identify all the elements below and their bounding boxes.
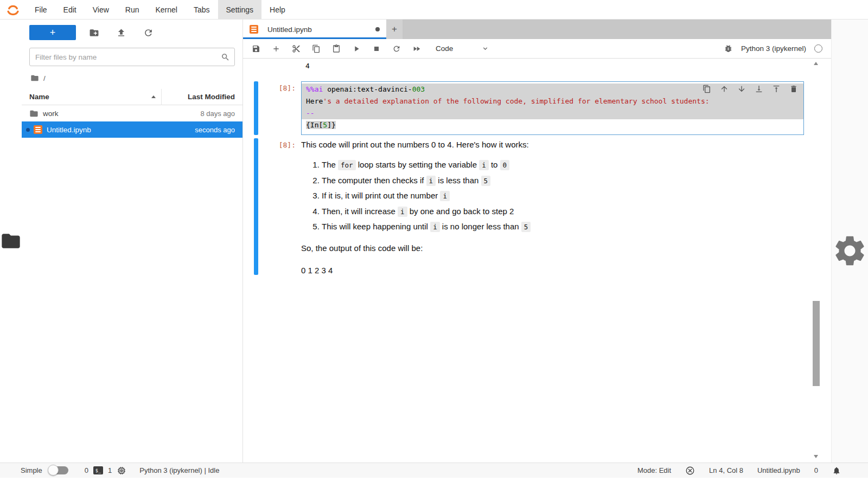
code-token: 003 xyxy=(412,85,425,93)
notebook-file-icon xyxy=(34,125,42,134)
toggle-knob xyxy=(48,465,59,476)
tab-untitled-notebook[interactable]: Untitled.ipynb xyxy=(243,20,386,39)
inline-code: 0 xyxy=(500,160,510,170)
menu-help-label: Help xyxy=(270,5,285,14)
menu-settings[interactable]: Settings xyxy=(218,0,262,19)
list-text: This will keep happening until xyxy=(322,222,430,231)
stop-button[interactable] xyxy=(372,44,381,53)
file-name: Untitled.ipynb xyxy=(47,126,195,134)
home-folder-icon[interactable] xyxy=(30,74,39,82)
code-token: 's a detailed explanation of the followi… xyxy=(323,97,709,105)
move-cell-up-icon[interactable] xyxy=(720,85,729,93)
cell-type-dropdown[interactable]: Code xyxy=(436,44,489,53)
bell-icon[interactable] xyxy=(832,466,841,475)
list-item: The for loop starts by setting the varia… xyxy=(322,159,804,171)
terminal-icon: $_ xyxy=(93,466,103,474)
new-tab-button[interactable]: + xyxy=(386,20,403,39)
notebook-scrollbar[interactable] xyxy=(812,60,820,459)
insert-cell-below-icon[interactable] xyxy=(772,85,781,93)
list-text: The xyxy=(322,160,338,169)
restart-kernel-button[interactable] xyxy=(392,44,401,53)
move-cell-down-icon[interactable] xyxy=(737,85,746,93)
new-folder-icon[interactable] xyxy=(89,28,99,38)
inline-code: i xyxy=(440,191,450,201)
menu-run-label: Run xyxy=(125,5,139,14)
menu-file[interactable]: File xyxy=(27,0,55,19)
new-launcher-button[interactable]: + xyxy=(29,25,76,40)
kernel-name[interactable]: Python 3 (ipykernel) xyxy=(741,44,806,53)
cut-cells-button[interactable] xyxy=(292,44,301,53)
code-token: 5 xyxy=(323,121,327,129)
jupyterlab-window: File Edit View Run Kernel Tabs Settings … xyxy=(0,0,868,488)
tab-title: Untitled.ipynb xyxy=(267,25,312,34)
file-browser-icon[interactable] xyxy=(0,20,22,463)
output-collapser[interactable] xyxy=(254,138,258,275)
paste-cells-button[interactable] xyxy=(332,44,341,53)
property-inspector-gear-icon[interactable] xyxy=(832,29,868,472)
menu-run[interactable]: Run xyxy=(117,0,148,19)
unsaved-dot-icon xyxy=(26,128,30,132)
save-button[interactable] xyxy=(252,44,260,53)
active-file-name: Untitled.ipynb xyxy=(757,466,800,474)
cell-collapser[interactable] xyxy=(254,81,258,135)
upload-icon[interactable] xyxy=(116,28,126,38)
kernel-status-text[interactable]: Python 3 (ipykernel) | Idle xyxy=(139,466,219,474)
run-button[interactable] xyxy=(352,44,361,53)
kernels-count: 1 xyxy=(108,466,112,474)
insert-cell-above-icon[interactable] xyxy=(755,85,763,93)
column-header-modified[interactable]: Last Modified xyxy=(161,89,235,105)
file-browser-toolbar: + xyxy=(22,20,242,43)
cursor-position[interactable]: Ln 4, Col 8 xyxy=(709,466,743,474)
debugger-bug-icon[interactable] xyxy=(832,482,868,488)
menu-help[interactable]: Help xyxy=(261,0,293,19)
code-line: -- xyxy=(302,107,803,119)
menu-edit[interactable]: Edit xyxy=(55,0,85,19)
scrollbar-thumb[interactable] xyxy=(813,301,820,386)
column-header-name[interactable]: Name xyxy=(29,93,161,101)
sort-ascending-icon xyxy=(151,95,156,98)
cell-editor[interactable]: %%ai openai:text-davinci-003 Here's a de… xyxy=(301,81,804,135)
file-row-untitled-notebook[interactable]: Untitled.ipynb seconds ago xyxy=(22,121,242,138)
simple-mode-toggle[interactable] xyxy=(49,466,68,474)
breadcrumb[interactable]: / xyxy=(22,66,242,82)
list-text: is no longer less than xyxy=(440,222,521,231)
menu-edit-label: Edit xyxy=(63,5,76,14)
menu-view[interactable]: View xyxy=(85,0,117,19)
code-line: Here's a detailed explanation of the fol… xyxy=(302,95,803,107)
tab-bar: Untitled.ipynb + xyxy=(243,20,831,39)
refresh-icon[interactable] xyxy=(143,28,154,38)
inline-code: 5 xyxy=(481,176,491,186)
running-sessions-status[interactable]: 0 $_ 1 xyxy=(85,466,126,476)
copy-cells-button[interactable] xyxy=(312,44,321,53)
restart-run-all-button[interactable] xyxy=(412,44,421,53)
notifications-count[interactable]: 0 xyxy=(814,466,818,474)
debugger-bug-icon[interactable] xyxy=(724,44,733,53)
menu-tabs[interactable]: Tabs xyxy=(186,0,218,19)
file-name: work xyxy=(43,110,200,118)
list-text: by one and go back to step 2 xyxy=(407,207,514,216)
cell-toolbar xyxy=(703,85,798,93)
notebook-file-icon xyxy=(250,25,258,34)
input-prompt: [8]: xyxy=(258,81,301,135)
insert-cell-button[interactable] xyxy=(272,44,280,53)
delete-cell-icon[interactable] xyxy=(789,85,798,93)
scroll-down-arrow[interactable] xyxy=(814,455,818,458)
menu-kernel[interactable]: Kernel xyxy=(147,0,185,19)
list-text: Then, it will increase xyxy=(322,207,398,216)
code-cell: [8]: %%ai openai:text-davinci-003 Here's… xyxy=(254,81,804,135)
kernel-idle-indicator xyxy=(814,44,822,53)
file-row-work[interactable]: work 8 days ago xyxy=(22,105,242,121)
filter-files-input[interactable] xyxy=(31,53,221,61)
status-bar-left: Simple 0 $_ 1 Python 3 (ipykernel) | Idl… xyxy=(0,466,219,476)
duplicate-cell-icon[interactable] xyxy=(703,85,711,93)
inline-code: i xyxy=(426,176,436,186)
list-text: is less than xyxy=(436,176,481,185)
scroll-up-arrow[interactable] xyxy=(814,62,818,65)
circle-x-icon[interactable] xyxy=(685,466,695,476)
filter-files-box xyxy=(29,48,235,66)
code-token: openai:text-davinci- xyxy=(323,85,412,93)
output-cell: [8]: This code will print out the number… xyxy=(254,138,804,275)
output-outro-text: So, the output of this code will be: xyxy=(301,243,804,253)
menu-tabs-label: Tabs xyxy=(194,5,210,14)
folder-icon xyxy=(29,109,39,118)
